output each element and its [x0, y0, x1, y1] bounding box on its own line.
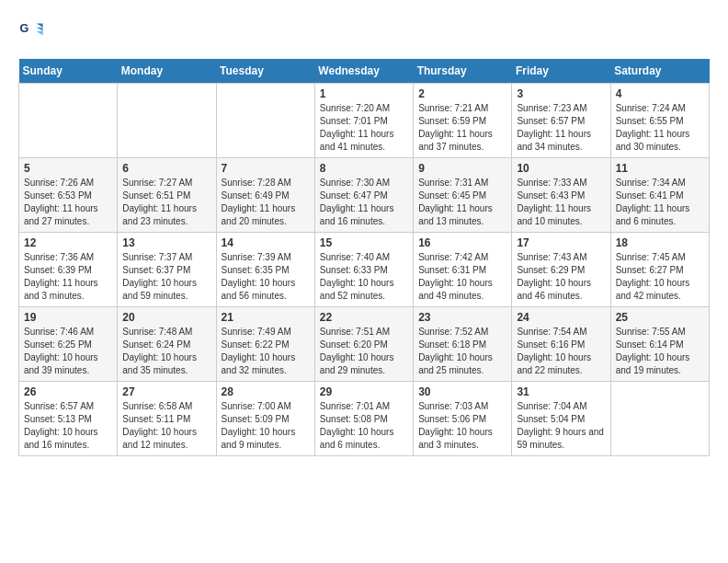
calendar-cell: 1Sunrise: 7:20 AM Sunset: 7:01 PM Daylig…	[314, 84, 413, 158]
calendar-cell: 21Sunrise: 7:49 AM Sunset: 6:22 PM Dayli…	[216, 307, 314, 382]
calendar-header-row: SundayMondayTuesdayWednesdayThursdayFrid…	[19, 59, 710, 84]
day-number: 14	[222, 236, 310, 249]
calendar-cell: 31Sunrise: 7:04 AM Sunset: 5:04 PM Dayli…	[512, 382, 610, 456]
day-info: Sunrise: 7:24 AM Sunset: 6:55 PM Dayligh…	[616, 102, 704, 154]
calendar-week-row: 26Sunrise: 6:57 AM Sunset: 5:13 PM Dayli…	[19, 382, 710, 456]
day-number: 15	[320, 236, 408, 249]
day-number: 13	[122, 236, 210, 249]
calendar-header-thursday: Thursday	[414, 59, 512, 84]
day-number: 24	[517, 311, 605, 324]
calendar-cell: 28Sunrise: 7:00 AM Sunset: 5:09 PM Dayli…	[216, 382, 314, 456]
calendar-table: SundayMondayTuesdayWednesdayThursdayFrid…	[18, 59, 710, 456]
day-info: Sunrise: 7:48 AM Sunset: 6:24 PM Dayligh…	[122, 326, 210, 377]
calendar-header-sunday: Sunday	[19, 59, 118, 84]
day-info: Sunrise: 7:03 AM Sunset: 5:06 PM Dayligh…	[418, 400, 506, 452]
day-number: 12	[24, 236, 112, 249]
day-info: Sunrise: 6:58 AM Sunset: 5:11 PM Dayligh…	[122, 400, 210, 452]
calendar-header-friday: Friday	[512, 59, 610, 84]
day-number: 10	[517, 162, 605, 175]
calendar-week-row: 12Sunrise: 7:36 AM Sunset: 6:39 PM Dayli…	[19, 233, 710, 307]
day-number: 29	[320, 385, 408, 398]
day-info: Sunrise: 7:01 AM Sunset: 5:08 PM Dayligh…	[320, 400, 408, 452]
calendar-cell: 24Sunrise: 7:54 AM Sunset: 6:16 PM Dayli…	[512, 307, 610, 382]
day-number: 31	[517, 385, 605, 398]
day-number: 16	[418, 236, 506, 249]
svg-marker-3	[37, 31, 43, 35]
day-info: Sunrise: 7:27 AM Sunset: 6:51 PM Dayligh…	[122, 177, 210, 228]
calendar-header-tuesday: Tuesday	[216, 59, 314, 84]
calendar-header-wednesday: Wednesday	[314, 59, 413, 84]
calendar-cell: 25Sunrise: 7:55 AM Sunset: 6:14 PM Dayli…	[610, 307, 709, 382]
page-header: G	[18, 18, 710, 44]
day-info: Sunrise: 7:54 AM Sunset: 6:16 PM Dayligh…	[517, 326, 605, 377]
day-number: 17	[517, 236, 605, 249]
day-number: 25	[616, 311, 704, 324]
day-info: Sunrise: 7:39 AM Sunset: 6:35 PM Dayligh…	[222, 251, 310, 303]
day-number: 19	[24, 311, 112, 324]
calendar-cell: 18Sunrise: 7:45 AM Sunset: 6:27 PM Dayli…	[610, 233, 709, 307]
calendar-cell: 27Sunrise: 6:58 AM Sunset: 5:11 PM Dayli…	[118, 382, 216, 456]
calendar-cell: 22Sunrise: 7:51 AM Sunset: 6:20 PM Dayli…	[314, 307, 413, 382]
day-info: Sunrise: 7:21 AM Sunset: 6:59 PM Dayligh…	[418, 102, 506, 154]
day-number: 20	[122, 311, 210, 324]
day-info: Sunrise: 7:40 AM Sunset: 6:33 PM Dayligh…	[320, 251, 408, 303]
svg-marker-2	[37, 28, 43, 31]
calendar-cell	[216, 84, 314, 158]
calendar-cell: 29Sunrise: 7:01 AM Sunset: 5:08 PM Dayli…	[314, 382, 413, 456]
day-info: Sunrise: 7:28 AM Sunset: 6:49 PM Dayligh…	[222, 177, 310, 228]
day-number: 2	[418, 87, 506, 100]
day-number: 7	[222, 162, 310, 175]
day-info: Sunrise: 7:36 AM Sunset: 6:39 PM Dayligh…	[24, 251, 112, 303]
day-number: 22	[320, 311, 408, 324]
calendar-cell: 8Sunrise: 7:30 AM Sunset: 6:47 PM Daylig…	[314, 158, 413, 233]
calendar-cell: 7Sunrise: 7:28 AM Sunset: 6:49 PM Daylig…	[216, 158, 314, 233]
day-info: Sunrise: 7:52 AM Sunset: 6:18 PM Dayligh…	[418, 326, 506, 377]
calendar-cell: 17Sunrise: 7:43 AM Sunset: 6:29 PM Dayli…	[512, 233, 610, 307]
day-info: Sunrise: 7:33 AM Sunset: 6:43 PM Dayligh…	[517, 177, 605, 228]
day-number: 21	[222, 311, 310, 324]
day-number: 26	[24, 385, 112, 398]
calendar-cell: 5Sunrise: 7:26 AM Sunset: 6:53 PM Daylig…	[19, 158, 118, 233]
day-info: Sunrise: 7:31 AM Sunset: 6:45 PM Dayligh…	[418, 177, 506, 228]
day-number: 6	[122, 162, 210, 175]
day-number: 28	[222, 385, 310, 398]
calendar-week-row: 5Sunrise: 7:26 AM Sunset: 6:53 PM Daylig…	[19, 158, 710, 233]
calendar-cell: 10Sunrise: 7:33 AM Sunset: 6:43 PM Dayli…	[512, 158, 610, 233]
day-info: Sunrise: 7:23 AM Sunset: 6:57 PM Dayligh…	[517, 102, 605, 154]
calendar-cell: 23Sunrise: 7:52 AM Sunset: 6:18 PM Dayli…	[414, 307, 512, 382]
day-number: 3	[517, 87, 605, 100]
calendar-cell: 12Sunrise: 7:36 AM Sunset: 6:39 PM Dayli…	[19, 233, 118, 307]
calendar-cell: 6Sunrise: 7:27 AM Sunset: 6:51 PM Daylig…	[118, 158, 216, 233]
day-info: Sunrise: 7:55 AM Sunset: 6:14 PM Dayligh…	[616, 326, 704, 377]
day-info: Sunrise: 7:49 AM Sunset: 6:22 PM Dayligh…	[222, 326, 310, 377]
calendar-cell: 15Sunrise: 7:40 AM Sunset: 6:33 PM Dayli…	[314, 233, 413, 307]
day-info: Sunrise: 7:26 AM Sunset: 6:53 PM Dayligh…	[24, 177, 112, 228]
day-info: Sunrise: 7:30 AM Sunset: 6:47 PM Dayligh…	[320, 177, 408, 228]
calendar-cell	[19, 84, 118, 158]
day-number: 23	[418, 311, 506, 324]
day-number: 5	[24, 162, 112, 175]
day-info: Sunrise: 6:57 AM Sunset: 5:13 PM Dayligh…	[24, 400, 112, 452]
day-number: 11	[616, 162, 704, 175]
calendar-week-row: 19Sunrise: 7:46 AM Sunset: 6:25 PM Dayli…	[19, 307, 710, 382]
day-number: 27	[122, 385, 210, 398]
calendar-cell: 3Sunrise: 7:23 AM Sunset: 6:57 PM Daylig…	[512, 84, 610, 158]
calendar-cell: 14Sunrise: 7:39 AM Sunset: 6:35 PM Dayli…	[216, 233, 314, 307]
day-number: 8	[320, 162, 408, 175]
day-number: 18	[616, 236, 704, 249]
svg-marker-1	[37, 24, 43, 28]
logo: G	[18, 18, 46, 44]
day-info: Sunrise: 7:43 AM Sunset: 6:29 PM Dayligh…	[517, 251, 605, 303]
day-info: Sunrise: 7:37 AM Sunset: 6:37 PM Dayligh…	[122, 251, 210, 303]
calendar-cell: 30Sunrise: 7:03 AM Sunset: 5:06 PM Dayli…	[414, 382, 512, 456]
svg-text:G: G	[19, 22, 28, 35]
calendar-cell	[610, 382, 709, 456]
calendar-cell: 11Sunrise: 7:34 AM Sunset: 6:41 PM Dayli…	[610, 158, 709, 233]
calendar-cell: 2Sunrise: 7:21 AM Sunset: 6:59 PM Daylig…	[414, 84, 512, 158]
day-number: 9	[418, 162, 506, 175]
calendar-cell: 26Sunrise: 6:57 AM Sunset: 5:13 PM Dayli…	[19, 382, 118, 456]
day-info: Sunrise: 7:45 AM Sunset: 6:27 PM Dayligh…	[616, 251, 704, 303]
day-info: Sunrise: 7:34 AM Sunset: 6:41 PM Dayligh…	[616, 177, 704, 228]
day-info: Sunrise: 7:42 AM Sunset: 6:31 PM Dayligh…	[418, 251, 506, 303]
calendar-cell: 4Sunrise: 7:24 AM Sunset: 6:55 PM Daylig…	[610, 84, 709, 158]
